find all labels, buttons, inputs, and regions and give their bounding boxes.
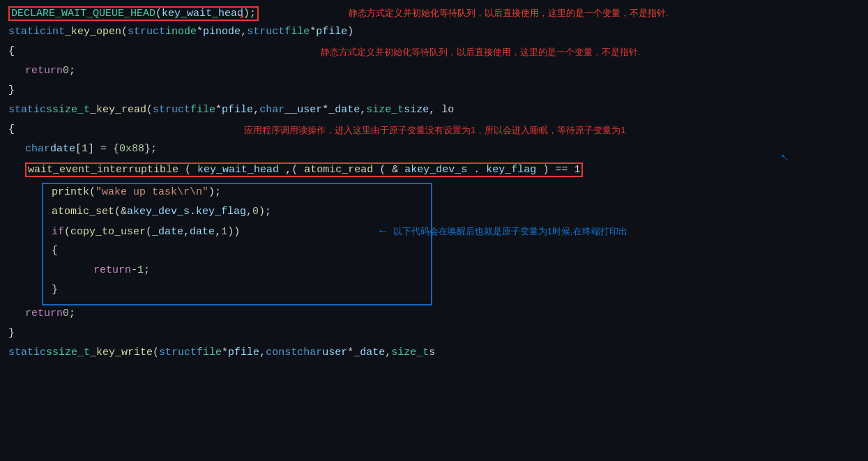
code-line-16: return 0 ; [0,307,868,326]
code-line-18: static ssize_t _key_write ( struct file … [0,346,868,365]
code-line-13: { 信息. [43,244,431,264]
declare-macro: DECLARE_WAIT_QUEUE_HEAD(key_wait_head); [8,6,259,21]
code-line-14: return - 1 ; [43,264,431,283]
red-arrow-1: ➘ [237,8,244,22]
code-line-10: printk ( "wake up task\r\n" ); [43,186,431,205]
code-line-6: static ssize_t _key_read ( struct file *… [0,103,868,123]
wait-event-line: wait_event_interruptible ( key_wait_head… [25,163,583,177]
code-line-7: { 应用程序调用读操作，进入这里由于原子变量没有设置为1，所以会进入睡眠，等待原… [0,123,868,142]
annotation-blue-1: 以下代码会在唤醒后也就是原子变量为1时候,在终端打印出 [393,225,627,238]
code-editor: DECLARE_WAIT_QUEUE_HEAD(key_wait_head); … [0,0,868,461]
code-line-3: { 静态方式定义并初始化等待队列，以后直接使用，这里的是一个变量，不是指针. [0,45,868,64]
code-line-4: return 0 ; [0,64,868,84]
code-line-11: atomic_set (& akey_dev_s . key_flag , 0 … [43,205,431,225]
code-line-2: static int _key_open ( struct inode * pi… [0,25,868,45]
annotation-red-1: 静态方式定义并初始化等待队列，以后直接使用，这里的是一个变量，不是指针. [349,7,669,20]
blue-bordered-block: printk ( "wake up task\r\n" ); atomic_se… [42,183,432,305]
annotation-red-2: 静态方式定义并初始化等待队列，以后直接使用，这里的是一个变量，不是指针. [321,46,641,59]
blue-arrow-2: ← [379,225,386,238]
code-line-9: wait_event_interruptible ( key_wait_head… [0,162,868,181]
code-line-12: if ( copy_to_user ( _date , date , 1 )) … [43,225,431,244]
annotation-red-3: 应用程序调用读操作，进入这里由于原子变量没有设置为1，所以会进入睡眠，等待原子变… [244,124,625,137]
code-line-15: } [43,283,431,303]
code-line-8: char date [ 1 ] = { 0x88 }; [0,142,868,162]
code-line-17: } [0,326,868,346]
code-line-1: DECLARE_WAIT_QUEUE_HEAD(key_wait_head); … [0,6,868,25]
code-line-5: } [0,84,868,103]
